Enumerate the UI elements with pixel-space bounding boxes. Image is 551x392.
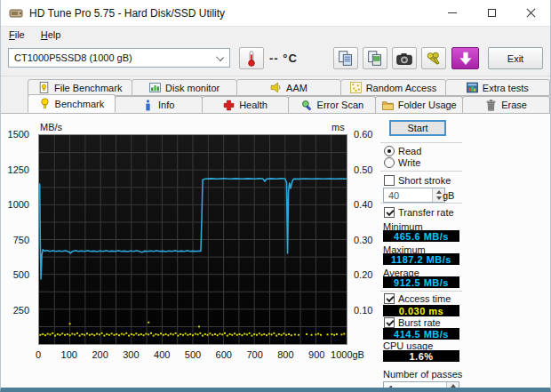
camera-icon	[395, 49, 414, 68]
access-time-row[interactable]: Access time	[384, 293, 451, 304]
write-radio[interactable]	[384, 157, 395, 168]
temperature-value: -- °C	[269, 52, 298, 65]
axis-tick-label: 400	[154, 349, 170, 360]
screenshot-button[interactable]	[392, 47, 417, 69]
spinner-up-icon	[451, 384, 456, 388]
short-stroke-row[interactable]: Short stroke	[384, 175, 451, 186]
axis-tick-label: 750	[13, 235, 29, 245]
tab-info[interactable]: Info	[115, 96, 203, 113]
spinner-arrows[interactable]	[446, 382, 459, 388]
copy-text-icon	[336, 49, 355, 68]
read-radio-row[interactable]: Read	[384, 146, 421, 156]
axis-tick-label: 100	[61, 349, 77, 360]
exit-button[interactable]: Exit	[488, 47, 543, 69]
tab-extra-tests[interactable]: Extra tests	[445, 79, 550, 96]
minimize-button[interactable]	[433, 0, 472, 26]
disk-monitor-icon	[149, 82, 161, 93]
short-stroke-label: Short stroke	[398, 175, 451, 186]
temperature-button[interactable]	[239, 47, 264, 69]
read-radio[interactable]	[384, 146, 395, 156]
write-label: Write	[398, 157, 420, 168]
update-arrow-icon	[457, 50, 475, 68]
copy-image-button[interactable]	[363, 47, 387, 69]
passes-value: 1	[388, 384, 394, 388]
left-axis-ticks: 150012501000750500250	[1, 134, 35, 345]
axis-tick-label: 0.20	[354, 269, 372, 280]
tab-error-scan[interactable]: Error Scan	[288, 96, 376, 113]
read-label: Read	[398, 146, 421, 156]
spinner-down-icon	[436, 196, 442, 200]
tab-label: Random Access	[366, 83, 436, 93]
random-access-icon	[350, 82, 362, 93]
menu-help[interactable]: Help	[33, 28, 69, 41]
close-button[interactable]	[511, 0, 550, 26]
tab-label: AAM	[286, 83, 307, 93]
tab-label: File Benchmark	[54, 83, 122, 93]
update-button[interactable]	[451, 47, 479, 69]
passes-spinner[interactable]: 1	[383, 381, 459, 388]
axis-tick-label: 0.60	[354, 129, 372, 140]
tab-erase[interactable]: Erase	[462, 96, 550, 113]
menu-file[interactable]: File	[1, 28, 33, 41]
axis-tick-label: 250	[13, 305, 29, 316]
tab-label: Health	[239, 100, 268, 110]
drive-select[interactable]: CT1000P5SSD8 (1000 gB)	[8, 48, 230, 68]
tab-benchmark[interactable]: Benchmark	[28, 94, 116, 113]
thermometer-icon	[242, 49, 261, 68]
minimum-value: 465.6 MB/s	[383, 230, 459, 242]
transfer-rate-label: Transfer rate	[398, 207, 454, 218]
tab-label: Folder Usage	[398, 100, 457, 110]
axis-tick-label: 0.40	[354, 199, 372, 210]
tab-aam[interactable]: AAM	[236, 79, 341, 96]
access-time-value: 0.030 ms	[383, 305, 459, 316]
speaker-icon	[270, 82, 282, 93]
access-time-checkbox[interactable]	[384, 293, 395, 304]
license-button[interactable]	[421, 47, 446, 69]
burst-rate-checkbox[interactable]	[384, 317, 395, 328]
tab-strip-primary: Benchmark Info Health Error Scan Folder …	[28, 96, 549, 113]
right-axis-ticks: 0.600.500.400.300.200.10	[352, 134, 382, 345]
divider	[380, 203, 462, 204]
benchmark-chart	[38, 134, 347, 345]
passes-label: Number of passes	[383, 369, 462, 380]
access-time-label: Access time	[398, 293, 451, 304]
tab-label: Benchmark	[55, 99, 105, 109]
short-stroke-checkbox[interactable]	[384, 175, 395, 186]
tab-random-access[interactable]: Random Access	[340, 79, 445, 96]
divider	[380, 171, 462, 172]
tab-health[interactable]: Health	[202, 96, 290, 113]
tab-disk-monitor[interactable]: Disk monitor	[132, 79, 236, 96]
write-radio-row[interactable]: Write	[384, 157, 420, 168]
axis-tick-label: 900	[308, 349, 324, 360]
tab-label: Error Scan	[317, 100, 364, 110]
divider	[380, 291, 462, 292]
copy-text-button[interactable]	[333, 47, 358, 69]
axis-tick-label: 1000	[8, 199, 29, 210]
maximize-button[interactable]	[472, 0, 511, 26]
app-window: HD Tune Pro 5.75 - Hard Disk/SSD Utility…	[0, 0, 551, 392]
drive-select-value: CT1000P5SSD8 (1000 gB)	[14, 52, 132, 63]
tab-label: Extra tests	[483, 83, 529, 93]
cpu-usage-value: 1.6%	[383, 350, 459, 362]
axis-tick-label: 0.30	[354, 235, 372, 245]
chevron-down-icon	[216, 53, 224, 61]
bulb-icon	[39, 98, 51, 109]
app-icon	[9, 6, 23, 20]
tab-folder-usage[interactable]: Folder Usage	[375, 96, 463, 113]
burst-rate-label: Burst rate	[398, 317, 441, 328]
toolbar: CT1000P5SSD8 (1000 gB) -- °C	[1, 43, 550, 76]
axis-tick-label: 1250	[8, 164, 29, 175]
axis-tick-label: 700	[246, 349, 262, 360]
start-label: Start	[407, 123, 427, 133]
burst-rate-row[interactable]: Burst rate	[384, 317, 441, 328]
transfer-rate-row[interactable]: Transfer rate	[384, 207, 454, 218]
extra-tests-icon	[467, 82, 478, 93]
average-value: 912.5 MB/s	[383, 276, 459, 288]
start-button[interactable]: Start	[389, 120, 446, 136]
short-stroke-unit: gB	[443, 190, 454, 201]
short-stroke-value: 40	[388, 190, 399, 201]
short-stroke-spinner[interactable]: 40	[383, 188, 445, 203]
window-title: HD Tune Pro 5.75 - Hard Disk/SSD Utility	[29, 7, 433, 20]
transfer-rate-checkbox[interactable]	[384, 207, 395, 218]
maximize-icon	[488, 9, 496, 17]
